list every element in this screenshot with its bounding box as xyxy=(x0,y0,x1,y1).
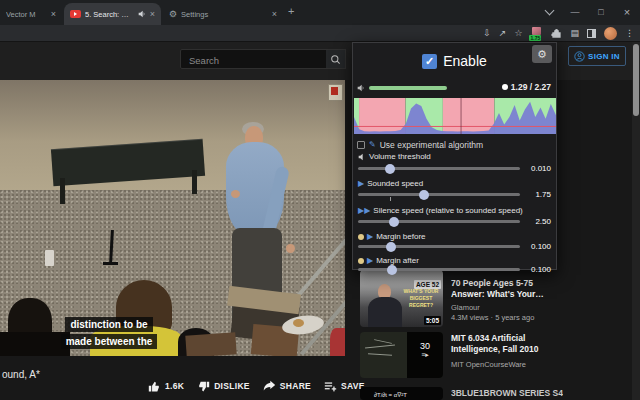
enable-checkbox[interactable]: ✓ xyxy=(422,54,437,69)
duration-badge: 5:05 xyxy=(424,316,441,325)
window-menu-button[interactable] xyxy=(536,0,562,24)
extensions-puzzle-icon[interactable] xyxy=(551,28,562,39)
close-tab-icon[interactable]: × xyxy=(272,9,277,19)
slider-thumb[interactable] xyxy=(389,217,399,227)
silence-speed-label: ▶▶ Silence speed (relative to sounded sp… xyxy=(358,206,523,215)
tab-settings[interactable]: ⚙ Settings × xyxy=(163,3,283,25)
volume-threshold-slider[interactable] xyxy=(358,167,520,170)
download-icon[interactable]: ⇩ xyxy=(483,28,491,38)
caption-box: distinction to be made between the xyxy=(48,315,170,349)
thumbs-up-icon xyxy=(148,380,161,393)
tab-youtube-video[interactable]: 5. Search: Optimal, Branch a × xyxy=(64,3,161,25)
suggestion-title[interactable]: 3BLUE1BROWN SERIES S4 E2 xyxy=(451,388,563,400)
slider-thumb[interactable] xyxy=(386,242,396,252)
experimental-checkbox[interactable] xyxy=(357,141,365,149)
suggestion-thumbnail-3[interactable]: ∂T/∂t = α∇²T xyxy=(360,387,443,400)
close-tab-icon[interactable]: × xyxy=(150,9,155,19)
volume-threshold-value: 0.010 xyxy=(531,164,551,173)
jumpcutter-extension-icon[interactable]: 1.75 xyxy=(530,27,543,40)
like-count: 1.6K xyxy=(165,381,184,391)
tab-title: Settings xyxy=(181,10,268,19)
default-speed-tick xyxy=(390,197,391,201)
table-leg xyxy=(60,178,65,204)
bookmark-star-icon[interactable]: ☆ xyxy=(514,28,522,38)
chair-back xyxy=(185,332,236,356)
play-icon: ▶ xyxy=(367,257,373,265)
margin-after-value: 0.100 xyxy=(531,265,551,274)
volume-chart[interactable] xyxy=(354,98,556,134)
time-readout: 1.29 / 2.27 xyxy=(511,82,551,92)
play-icon: ▶ xyxy=(367,233,373,241)
browser-menu-icon[interactable]: ⋮ xyxy=(625,28,634,38)
margin-before-slider[interactable] xyxy=(358,245,520,248)
enable-label: Enable xyxy=(443,53,487,69)
slider-thumb[interactable] xyxy=(419,190,429,200)
suggestion-thumbnail-2[interactable]: 30 ≡▸ xyxy=(360,332,443,378)
time-saved-row: 1.29 / 2.27 xyxy=(502,82,551,92)
timer-icon xyxy=(502,84,508,90)
browser-window: Vector M × 5. Search: Optimal, Branch a … xyxy=(0,0,640,400)
volume-meter-row xyxy=(357,84,447,92)
margin-after-slider[interactable] xyxy=(358,268,520,271)
sign-in-button[interactable]: SIGN IN xyxy=(568,46,626,66)
margin-after-label: ▶ Margin after xyxy=(358,256,419,265)
chalk-line xyxy=(365,344,395,348)
play-icon: ▶ xyxy=(358,180,364,188)
minimize-button[interactable]: — xyxy=(562,0,588,24)
suggestion-thumbnail-1[interactable]: WHAT'S YOUR BIGGEST REGRET? AGE 52 5:05 xyxy=(360,270,443,327)
caption-line: distinction to be xyxy=(65,317,152,332)
suggestion-title[interactable]: MIT 6.034 Artificial Intelligence, Fall … xyxy=(451,333,563,354)
silence-speed-slider[interactable] xyxy=(358,220,520,223)
dislike-button[interactable]: DISLIKE xyxy=(197,380,250,393)
volume-threshold-label: Volume threshold xyxy=(358,152,431,161)
tab-audio-icon[interactable] xyxy=(138,10,146,18)
sounded-speed-slider[interactable] xyxy=(358,193,520,196)
new-tab-button[interactable]: + xyxy=(288,5,294,17)
sign-in-label: SIGN IN xyxy=(588,52,620,61)
dislike-label: DISLIKE xyxy=(214,381,250,391)
suggestion-meta: 4.3M views · 5 years ago xyxy=(451,313,571,322)
thumbs-down-icon xyxy=(197,380,210,393)
slider-thumb[interactable] xyxy=(387,265,397,275)
suggestion-title[interactable]: 70 People Ages 5-75 Answer: What's Your … xyxy=(451,278,563,299)
lecturer-hand xyxy=(231,190,240,198)
tab-vector[interactable]: Vector M × xyxy=(0,3,62,25)
thumbnail-overlay-text: WHAT'S YOUR BIGGEST REGRET? xyxy=(400,288,442,309)
like-button[interactable]: 1.6K xyxy=(148,380,184,393)
youtube-favicon xyxy=(70,10,81,18)
suggestion-channel[interactable]: Glamour xyxy=(451,303,571,312)
playlist-icon: ≡▸ xyxy=(407,351,443,359)
fast-forward-icon: ▶▶ xyxy=(358,207,370,215)
caption-line: made between the xyxy=(61,334,158,349)
reading-list-icon[interactable]: ▤ xyxy=(570,28,579,38)
close-tab-icon[interactable]: × xyxy=(51,9,56,19)
sounded-speed-value: 1.75 xyxy=(535,190,551,199)
close-window-button[interactable]: × xyxy=(614,0,640,24)
slider-thumb[interactable] xyxy=(385,164,395,174)
video-player[interactable]: distinction to be made between the xyxy=(0,80,345,356)
dot-icon xyxy=(358,258,364,264)
search-input[interactable] xyxy=(181,52,326,70)
age-badge: AGE 52 xyxy=(414,280,441,289)
enable-row: ✓ Enable xyxy=(353,53,556,69)
margin-before-value: 0.100 xyxy=(531,242,551,251)
video-action-bar: 1.6K DISLIKE SHARE SAVE ... xyxy=(148,377,386,395)
silence-speed-value: 2.50 xyxy=(535,217,551,226)
gear-icon: ⚙ xyxy=(169,9,177,19)
search-box[interactable] xyxy=(180,49,327,69)
fire-alarm xyxy=(331,87,338,95)
save-playlist-icon xyxy=(324,380,337,393)
speaker-icon xyxy=(357,84,365,92)
save-button[interactable]: SAVE xyxy=(324,380,365,393)
profile-avatar[interactable] xyxy=(604,27,617,40)
volume-meter-bar xyxy=(369,86,447,90)
page-scrollbar-thumb[interactable] xyxy=(633,44,639,116)
table-leg xyxy=(192,170,197,194)
suggestion-channel[interactable]: MIT OpenCourseWare xyxy=(451,360,571,369)
side-panel-icon[interactable] xyxy=(587,29,596,38)
search-button[interactable] xyxy=(326,49,346,69)
share-page-icon[interactable]: ↗ xyxy=(499,28,507,38)
mic-stand-base xyxy=(103,262,118,265)
maximize-button[interactable]: □ xyxy=(588,0,614,24)
share-button[interactable]: SHARE xyxy=(263,380,311,393)
